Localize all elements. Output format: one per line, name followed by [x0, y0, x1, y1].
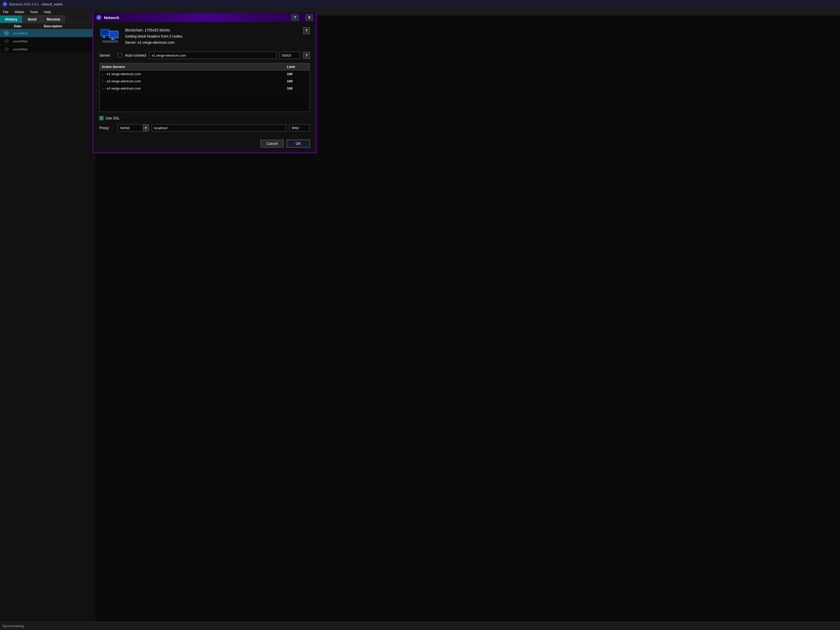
- svg-rect-12: [112, 38, 114, 39]
- active-servers-table: Active Servers Limit ┌─ e1.verge-electru…: [99, 63, 310, 112]
- col-date-header: Date: [13, 24, 44, 28]
- tab-send[interactable]: Send: [23, 16, 41, 23]
- status-info: Blockchain: 1705425 blocks. Getting bloc…: [125, 27, 183, 46]
- network-computers-icon: [99, 27, 120, 44]
- tree-icon-2: └─: [102, 87, 106, 90]
- proxy-host-input[interactable]: [152, 124, 286, 131]
- svg-rect-9: [102, 37, 106, 38]
- server-limit-2: 100: [287, 87, 308, 90]
- tree-icon-1: ├─: [102, 80, 106, 83]
- app-title: Electrum-XVG 2.4.1 - default_wallet: [9, 2, 63, 6]
- server-list-item[interactable]: ┌─ e1.verge-electrum.com 100: [99, 71, 309, 78]
- dialog-close-button[interactable]: X: [306, 14, 313, 21]
- proxy-port-input[interactable]: [289, 124, 310, 131]
- col-active-servers: Active Servers: [102, 65, 287, 69]
- menu-help[interactable]: Help: [43, 9, 52, 14]
- server-limit-1: 100: [287, 79, 308, 83]
- tx-label-1: unverified: [13, 39, 95, 43]
- svg-rect-8: [103, 36, 105, 37]
- tx-icon-2: [0, 47, 13, 52]
- proxy-type-value: NONE: [118, 126, 143, 130]
- tx-label-2: unverified: [13, 47, 95, 51]
- server-list-item[interactable]: └─ e3.verge-electrum.com 100: [99, 85, 309, 92]
- dialog-body: Blockchain: 1705425 blocks. Getting bloc…: [93, 22, 316, 153]
- tx-label-0: unverified: [13, 32, 95, 35]
- table-header: Date Description: [0, 23, 95, 29]
- status-text: Synchronizing...: [3, 624, 27, 628]
- ssl-label: Use SSL: [106, 116, 120, 120]
- svg-rect-7: [101, 30, 109, 35]
- menu-file[interactable]: File: [2, 9, 9, 14]
- svg-rect-14: [103, 41, 110, 43]
- svg-rect-15: [110, 41, 118, 43]
- svg-rect-11: [110, 32, 118, 37]
- server-name-1: ├─ e2.verge-electrum.com: [102, 79, 287, 83]
- menu-wallet[interactable]: Wallet: [14, 9, 25, 14]
- blockchain-status: Blockchain: 1705425 blocks.: [125, 27, 183, 33]
- dialog-help-button[interactable]: ?: [291, 14, 298, 21]
- ssl-row: ✓ Use SSL: [99, 116, 310, 120]
- status-section: Blockchain: 1705425 blocks. Getting bloc…: [99, 27, 310, 46]
- dialog-title: Network: [104, 16, 289, 20]
- server-label: Server:: [99, 53, 115, 57]
- dialog-buttons: Cancel OK: [99, 138, 310, 147]
- svg-point-3: [6, 40, 7, 42]
- svg-rect-13: [111, 39, 115, 40]
- table-row[interactable]: unverified: [0, 29, 95, 37]
- auto-connect-label: Auto-connect: [125, 53, 147, 57]
- tab-receive[interactable]: Receive: [42, 16, 65, 23]
- proxy-dropdown-arrow[interactable]: ▼: [143, 125, 148, 131]
- server-list-item[interactable]: ├─ e2.verge-electrum.com 100: [99, 78, 309, 85]
- server-name-0: ┌─ e1.verge-electrum.com: [102, 72, 287, 76]
- status-help-button[interactable]: ?: [303, 27, 310, 34]
- col-limit: Limit: [287, 65, 308, 69]
- proxy-type-select[interactable]: NONE ▼: [118, 124, 149, 131]
- servers-table-header: Active Servers Limit: [99, 63, 309, 71]
- server-row: Server: Auto-connect ?: [99, 52, 310, 59]
- proxy-row: Proxy: NONE ▼: [99, 124, 310, 131]
- table-row[interactable]: unverified: [0, 45, 95, 53]
- svg-point-5: [6, 48, 7, 50]
- wallet-window: History Send Receive Date Description un…: [0, 16, 95, 630]
- table-row[interactable]: unverified: [0, 37, 95, 45]
- port-input[interactable]: [279, 52, 300, 59]
- dialog-icon: ✦: [96, 15, 101, 20]
- col-icon-header: [0, 24, 13, 28]
- status-bar: Synchronizing...: [0, 622, 840, 630]
- proxy-label: Proxy:: [99, 126, 115, 130]
- transaction-list: unverified unverified unverified: [0, 29, 95, 53]
- ssl-checkbox[interactable]: ✓: [99, 116, 103, 120]
- tab-bar: History Send Receive: [0, 16, 95, 23]
- tx-icon-1: [0, 39, 13, 44]
- app-icon: ✦: [3, 2, 7, 6]
- col-desc-header: Description: [44, 24, 95, 28]
- servers-table-body: ┌─ e1.verge-electrum.com 100 ├─ e2.verge…: [99, 71, 309, 112]
- tree-icon-0: ┌─: [102, 73, 106, 76]
- server-input[interactable]: [150, 52, 277, 59]
- server-status: Server: e1.verge-electrum.com: [125, 39, 183, 46]
- ok-button[interactable]: OK: [287, 140, 310, 147]
- tab-history[interactable]: History: [0, 16, 22, 23]
- title-bar: ✦ Electrum-XVG 2.4.1 - default_wallet: [0, 0, 840, 8]
- headers-status: Getting block headers from 2 nodes.: [125, 33, 183, 39]
- menu-tools[interactable]: Tools: [29, 9, 39, 14]
- server-help-button[interactable]: ?: [303, 52, 310, 59]
- server-name-2: └─ e3.verge-electrum.com: [102, 87, 287, 90]
- dialog-title-bar: ✦ Network ? X: [93, 13, 316, 22]
- network-dialog: ✦ Network ? X: [93, 13, 317, 153]
- tx-icon-0: [0, 31, 13, 36]
- server-limit-0: 100: [287, 72, 308, 76]
- cancel-button[interactable]: Cancel: [261, 140, 284, 147]
- auto-connect-checkbox[interactable]: [118, 53, 122, 57]
